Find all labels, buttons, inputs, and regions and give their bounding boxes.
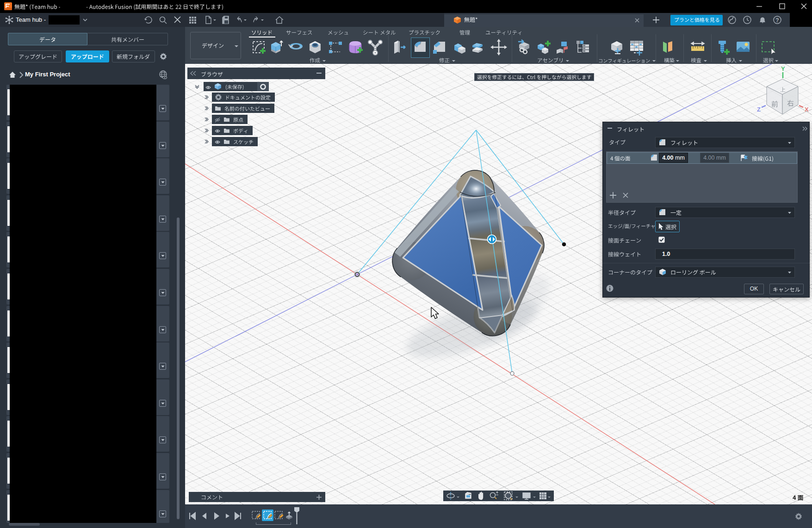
svg-text:Z: Z (757, 106, 761, 113)
svg-text:Y: Y (781, 65, 785, 72)
svg-text:?: ? (775, 17, 779, 24)
svg-text:X: X (805, 106, 809, 113)
